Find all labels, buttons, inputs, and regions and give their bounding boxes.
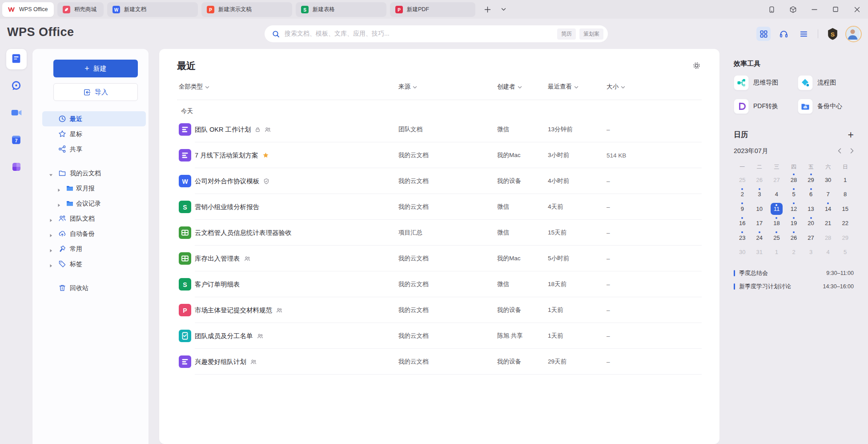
calendar-day[interactable]: 30 <box>734 245 751 260</box>
calendar-day[interactable]: 9 <box>734 202 751 216</box>
tool-mindmap[interactable]: 思维导图 <box>734 75 798 90</box>
sidebar-item-5[interactable]: 会议记录 <box>42 196 146 211</box>
calendar-day[interactable]: 28 <box>785 173 803 187</box>
file-row[interactable]: 团队成员及分工名单我的云文档陈旭 共享1天前– <box>159 323 719 349</box>
calendar-day[interactable]: 4 <box>820 245 837 260</box>
mobile-sync-button[interactable] <box>768 5 776 13</box>
calendar-day[interactable]: 18 <box>768 216 785 231</box>
membership-badge[interactable]: S <box>825 27 840 41</box>
settings-gear-icon[interactable] <box>692 61 701 70</box>
tab-home[interactable]: WPS Office <box>2 2 54 17</box>
calendar-day-selected[interactable]: 11 <box>768 202 785 216</box>
rail-item-calendar-app[interactable]: 7 <box>6 130 27 151</box>
sidebar-item-0[interactable]: 最近 <box>42 111 146 126</box>
new-document-button[interactable]: +新建 <box>53 60 138 77</box>
calendar-day[interactable]: 20 <box>802 216 820 231</box>
calendar-day[interactable]: 6 <box>802 187 820 202</box>
calendar-day[interactable]: 23 <box>734 230 751 245</box>
calendar-day[interactable]: 29 <box>836 230 854 245</box>
calendar-day[interactable]: 12 <box>785 202 803 216</box>
file-row[interactable]: W公司对外合作协议模板我的云文档我的设备4小时前– <box>159 168 719 194</box>
tool-flowchart[interactable]: 流程图 <box>798 75 854 90</box>
add-event-button[interactable]: + <box>848 130 854 140</box>
filter-dropdown-4[interactable]: 大小 <box>607 83 625 91</box>
calendar-day[interactable]: 7 <box>820 187 837 202</box>
rail-item-meeting[interactable] <box>6 103 27 124</box>
tab-document[interactable]: P新建演示文稿 <box>201 2 292 17</box>
filter-dropdown-3[interactable]: 最近查看 <box>548 83 579 91</box>
calendar-day[interactable]: 14 <box>820 202 837 216</box>
calendar-day[interactable]: 1 <box>836 173 854 187</box>
sidebar-item-3[interactable]: 我的云文档 <box>42 165 146 181</box>
calendar-day[interactable]: 25 <box>768 230 785 245</box>
rail-item-documents[interactable] <box>6 49 27 69</box>
filter-dropdown-2[interactable]: 创建者 <box>497 83 522 91</box>
calendar-day[interactable]: 26 <box>751 173 768 187</box>
file-row[interactable]: 7 月线下活动策划方案我的云文档我的Mac3小时前514 KB <box>159 142 719 168</box>
calendar-day[interactable]: 19 <box>785 216 803 231</box>
close-button[interactable] <box>853 5 861 13</box>
calendar-day[interactable]: 29 <box>802 173 820 187</box>
calendar-day[interactable]: 24 <box>751 230 768 245</box>
tab-document[interactable]: P新建PDF <box>390 2 475 17</box>
sidebar-item-4[interactable]: 双月报 <box>42 181 146 196</box>
calendar-next-button[interactable] <box>850 147 854 155</box>
calendar-day[interactable]: 22 <box>836 216 854 231</box>
new-tab-button[interactable] <box>482 4 492 14</box>
search-tag-chip[interactable]: 简历 <box>557 28 576 40</box>
file-row[interactable]: S营销小组业绩分析报告我的云文档微信4天前– <box>159 194 719 220</box>
calendar-day[interactable]: 4 <box>768 187 785 202</box>
sidebar-item-10[interactable]: 回收站 <box>42 280 146 295</box>
tab-document[interactable]: 稻壳商城 <box>57 2 104 17</box>
calendar-day[interactable]: 31 <box>751 245 768 260</box>
sidebar-item-7[interactable]: 自动备份 <box>42 226 146 241</box>
rail-item-chat[interactable] <box>6 76 27 97</box>
tool-pdfconvert[interactable]: PDF转换 <box>734 99 798 114</box>
calendar-day[interactable]: 5 <box>785 187 803 202</box>
import-button[interactable]: 导入 <box>53 83 138 101</box>
calendar-day[interactable]: 15 <box>836 202 854 216</box>
tool-backup[interactable]: 备份中心 <box>798 99 854 114</box>
filter-dropdown-0[interactable]: 全部类型 <box>179 83 209 91</box>
calendar-day[interactable]: 27 <box>802 230 820 245</box>
calendar-day[interactable]: 2 <box>785 245 803 260</box>
calendar-day[interactable]: 30 <box>820 173 837 187</box>
calendar-day[interactable]: 28 <box>820 230 837 245</box>
expander-closed-icon[interactable] <box>49 217 53 221</box>
file-row[interactable]: P市场主体登记提交材料规范我的云文档我的设备1天前– <box>159 297 719 323</box>
tab-document[interactable]: S新建表格 <box>296 2 386 17</box>
sidebar-item-2[interactable]: 共享 <box>42 141 146 157</box>
calendar-prev-button[interactable] <box>838 147 841 155</box>
sidebar-item-6[interactable]: 团队文档 <box>42 211 146 226</box>
expander-closed-icon[interactable] <box>49 262 53 266</box>
file-row[interactable]: 兴趣爱好组队计划我的云文档我的设备29天前– <box>159 349 719 375</box>
calendar-day[interactable]: 26 <box>785 230 803 245</box>
calendar-day[interactable]: 3 <box>802 245 820 260</box>
calendar-day[interactable]: 27 <box>768 173 785 187</box>
file-row[interactable]: S客户订单明细表我的云文档微信18天前– <box>159 271 719 297</box>
expander-open-icon[interactable] <box>49 171 53 175</box>
calendar-day[interactable]: 17 <box>751 216 768 231</box>
calendar-day[interactable]: 1 <box>768 245 785 260</box>
calendar-day[interactable]: 10 <box>751 202 768 216</box>
sidebar-item-8[interactable]: 常用 <box>42 241 146 256</box>
expander-closed-icon[interactable] <box>49 232 53 236</box>
rail-item-apps[interactable] <box>6 157 27 178</box>
file-row[interactable]: 库存出入管理表我的云文档我的Mac5小时前– <box>159 246 719 271</box>
filter-dropdown-1[interactable]: 来源 <box>398 83 417 91</box>
calendar-day[interactable]: 2 <box>734 187 751 202</box>
main-menu-button[interactable] <box>796 27 811 41</box>
support-button[interactable] <box>776 27 791 41</box>
apps-grid-button[interactable] <box>756 27 771 41</box>
calendar-event[interactable]: 季度总结会9:30–11:00 <box>734 266 854 280</box>
maximize-button[interactable] <box>832 5 840 13</box>
expander-closed-icon[interactable] <box>57 202 61 206</box>
calendar-day[interactable]: 21 <box>820 216 837 231</box>
sidebar-item-1[interactable]: 星标 <box>42 126 146 141</box>
calendar-day[interactable]: 8 <box>836 187 854 202</box>
minimize-button[interactable] <box>810 5 818 13</box>
sidebar-item-9[interactable]: 标签 <box>42 256 146 271</box>
search-bar[interactable]: 搜索文档、模板、文库、应用、技巧... 简历策划案 <box>265 25 608 42</box>
calendar-day[interactable]: 13 <box>802 202 820 216</box>
tab-list-dropdown-button[interactable] <box>498 4 508 14</box>
